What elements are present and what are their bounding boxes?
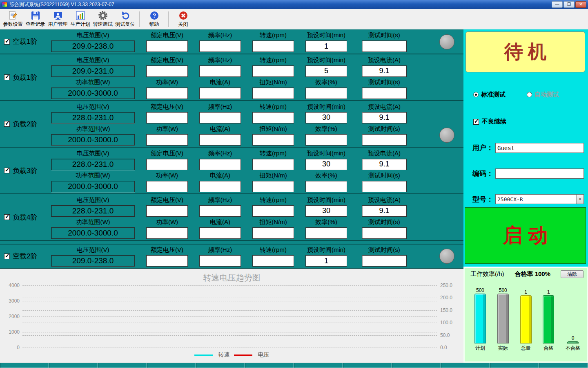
- col-header: 预设时间(min): [307, 103, 345, 111]
- checkbox-label: 不良继续: [482, 118, 506, 126]
- param-input[interactable]: [305, 40, 347, 52]
- user-field: 用户：: [472, 143, 584, 153]
- param-input[interactable]: [199, 134, 241, 146]
- param-input[interactable]: [252, 159, 294, 170]
- param-input[interactable]: [199, 227, 241, 239]
- param-input[interactable]: [146, 65, 188, 77]
- standard-test-radio[interactable]: [473, 92, 479, 97]
- radio-auto-test[interactable]: 自动测试: [527, 91, 559, 99]
- toolbar-button-speed-debug[interactable]: 转速调试: [91, 10, 114, 29]
- bar-item-actual: 500 实际: [497, 287, 509, 352]
- chevron-down-icon[interactable]: ▼: [576, 195, 584, 204]
- param-input[interactable]: [199, 255, 241, 267]
- param-input[interactable]: [199, 65, 241, 77]
- param-input[interactable]: [199, 88, 241, 99]
- param-input[interactable]: [199, 205, 241, 217]
- col-header: 效率(%): [315, 218, 337, 226]
- param-input[interactable]: [362, 181, 407, 192]
- param-input[interactable]: [305, 159, 347, 170]
- param-input[interactable]: [362, 65, 407, 77]
- param-input[interactable]: [146, 181, 188, 192]
- checkbox-continue-on-fail[interactable]: 不良继续: [473, 118, 506, 126]
- statusbar-cell: [441, 363, 490, 368]
- param-input[interactable]: [305, 181, 347, 192]
- toolbar-button-records[interactable]: 查看记录: [24, 10, 47, 29]
- minimize-button[interactable]: —: [552, 1, 563, 8]
- param-input[interactable]: [305, 112, 347, 123]
- range-display: 2000.0-3000.0: [51, 181, 135, 192]
- param-input[interactable]: [199, 112, 241, 123]
- param-input[interactable]: [146, 227, 188, 239]
- row-checkbox[interactable]: [4, 254, 10, 259]
- param-input[interactable]: [146, 134, 188, 146]
- param-input[interactable]: [362, 134, 407, 146]
- toolbar-button-settings[interactable]: 参数设置: [2, 10, 24, 29]
- param-input[interactable]: [199, 40, 241, 52]
- row-checkbox[interactable]: [4, 74, 10, 80]
- col-header: 效率(%): [315, 171, 337, 180]
- statusbar-cell: [98, 363, 147, 368]
- param-input[interactable]: [146, 88, 188, 99]
- param-input[interactable]: [252, 205, 294, 217]
- start-button[interactable]: 启动: [465, 207, 586, 264]
- model-select[interactable]: 2500CX-R ▼: [495, 194, 584, 204]
- row-checkbox[interactable]: [4, 121, 10, 127]
- param-input[interactable]: [305, 134, 347, 146]
- work-rate-label: 工作效率(/h): [470, 270, 504, 278]
- param-input[interactable]: [362, 40, 407, 52]
- param-input[interactable]: [362, 255, 407, 267]
- param-input[interactable]: [305, 205, 347, 217]
- param-input[interactable]: [362, 88, 407, 99]
- param-input[interactable]: [252, 40, 294, 52]
- continue-on-fail-checkbox[interactable]: [473, 119, 479, 125]
- code-field: 编码：: [472, 168, 584, 179]
- close-button[interactable]: ✕: [575, 1, 586, 8]
- param-input[interactable]: [305, 88, 347, 99]
- col-header: 功率(W): [156, 171, 178, 180]
- param-input[interactable]: [252, 88, 294, 99]
- col-header: 预设电流(A): [368, 103, 401, 111]
- toolbar-button-help[interactable]: ? 帮助: [143, 10, 165, 29]
- param-input[interactable]: [252, 255, 294, 267]
- clear-button[interactable]: 清除: [561, 270, 584, 278]
- user-input[interactable]: [495, 143, 584, 153]
- param-input[interactable]: [199, 181, 241, 192]
- trend-chart: 转速电压趋势图 4000 3000 2000 1000 0 250.0 200.…: [0, 269, 463, 363]
- toolbar-button-users[interactable]: 用户管理: [47, 10, 69, 29]
- param-input[interactable]: [362, 227, 407, 239]
- col-header: 额定电压(V): [151, 246, 183, 254]
- auto-test-radio[interactable]: [527, 92, 532, 97]
- users-icon: [53, 10, 63, 20]
- param-input[interactable]: [305, 65, 347, 77]
- param-input[interactable]: [305, 227, 347, 239]
- param-input[interactable]: [305, 255, 347, 267]
- param-input[interactable]: [362, 159, 407, 170]
- param-input[interactable]: [146, 205, 188, 217]
- param-input[interactable]: [146, 255, 188, 267]
- gridline: [22, 323, 437, 323]
- row-checkbox[interactable]: [4, 214, 10, 220]
- maximize-button[interactable]: ❐: [564, 1, 575, 8]
- param-input[interactable]: [252, 227, 294, 239]
- toolbar-button-test-reset[interactable]: 测试复位: [114, 10, 136, 29]
- row-checkbox[interactable]: [4, 39, 10, 45]
- radio-standard-test[interactable]: 标准测试: [473, 91, 506, 99]
- param-input[interactable]: [252, 134, 294, 146]
- param-input[interactable]: [146, 159, 188, 170]
- param-input[interactable]: [252, 181, 294, 192]
- toolbar-button-plan[interactable]: 生产计划: [69, 10, 91, 29]
- row-checkbox[interactable]: [4, 168, 10, 173]
- row-label: 空载2阶: [13, 251, 37, 261]
- param-input[interactable]: [252, 112, 294, 123]
- param-input[interactable]: [146, 112, 188, 123]
- param-input[interactable]: [362, 112, 407, 123]
- code-input[interactable]: [495, 168, 584, 179]
- statusbar-cell: [0, 363, 49, 368]
- left-axis-tick: 2000: [3, 314, 20, 319]
- toolbar-button-close-app[interactable]: 关闭: [172, 10, 194, 29]
- param-input[interactable]: [146, 40, 188, 52]
- param-input[interactable]: [252, 65, 294, 77]
- param-input[interactable]: [199, 159, 241, 170]
- param-input[interactable]: [362, 205, 407, 217]
- right-axis-tick: 200.0: [440, 295, 461, 301]
